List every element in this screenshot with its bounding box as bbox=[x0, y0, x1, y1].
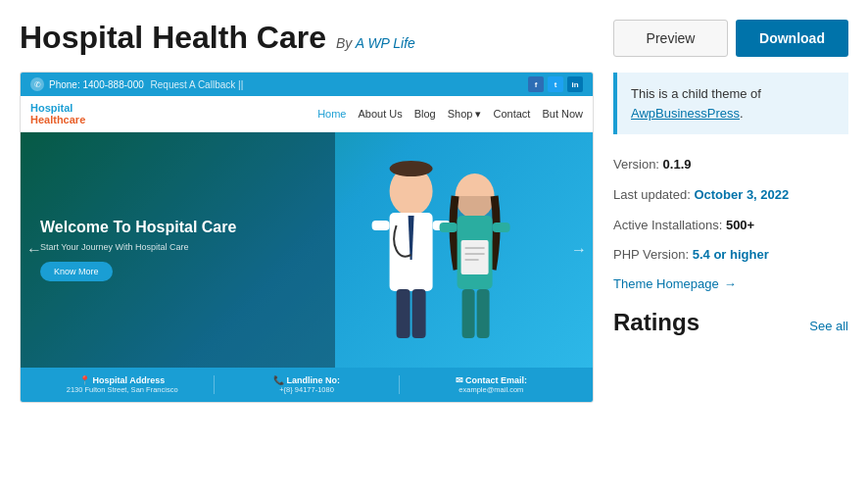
svg-rect-17 bbox=[461, 289, 474, 338]
nav-about[interactable]: About Us bbox=[358, 108, 402, 121]
svg-point-7 bbox=[389, 161, 432, 176]
nav-butnow[interactable]: But Now bbox=[542, 108, 583, 121]
svg-rect-2 bbox=[371, 221, 389, 230]
right-column: Preview Download This is a child theme o… bbox=[613, 20, 848, 476]
theme-preview: ✆ Phone: 1400-888-000 Request A Callback… bbox=[20, 72, 594, 403]
author-link[interactable]: A WP Life bbox=[356, 35, 415, 51]
mock-nav-links: Home About Us Blog Shop ▾ Contact But No… bbox=[317, 108, 583, 121]
logo-bottom: Healthcare bbox=[30, 114, 85, 125]
page-wrapper: Hospital Health Care By A WP Life ✆ Phon… bbox=[0, 0, 868, 496]
hero-subtitle: Start Your Journey With Hospital Care bbox=[40, 242, 315, 252]
social-icons: f t in bbox=[528, 76, 583, 92]
child-theme-notice: This is a child theme of AwpBusinessPres… bbox=[613, 73, 848, 134]
svg-rect-12 bbox=[492, 223, 509, 232]
hero-next-arrow[interactable]: → bbox=[571, 241, 587, 259]
topbar-phone: Phone: 1400-888-000 Request A Callback |… bbox=[49, 79, 243, 90]
svg-rect-13 bbox=[460, 240, 488, 274]
mock-topbar: ✆ Phone: 1400-888-000 Request A Callback… bbox=[21, 73, 593, 96]
meta-version: Version: 0.1.9 bbox=[613, 150, 848, 180]
see-all-link[interactable]: See all bbox=[809, 319, 848, 333]
nav-contact[interactable]: Contact bbox=[494, 108, 531, 121]
mock-hero: Welcome To Hospital Care Start Your Jour… bbox=[21, 132, 593, 368]
ratings-section: Ratings See all bbox=[613, 309, 848, 336]
hero-prev-arrow[interactable]: ← bbox=[26, 241, 42, 259]
svg-rect-5 bbox=[396, 289, 410, 338]
mock-bottombar: 📍 Hospital Address 2130 Fulton Street, S… bbox=[21, 368, 593, 402]
nav-blog[interactable]: Blog bbox=[414, 108, 436, 121]
action-buttons: Preview Download bbox=[613, 20, 848, 57]
meta-installs: Active Installations: 500+ bbox=[613, 211, 848, 241]
theme-title-row: Hospital Health Care By A WP Life bbox=[20, 20, 594, 56]
hero-image bbox=[278, 132, 593, 368]
mock-nav: Hospital Healthcare Home About Us Blog S… bbox=[21, 96, 593, 132]
download-button[interactable]: Download bbox=[736, 20, 848, 57]
hero-title: Welcome To Hospital Care bbox=[40, 219, 315, 236]
meta-block: Version: 0.1.9 Last updated: October 3, … bbox=[613, 150, 848, 271]
bottom-address: 📍 Hospital Address 2130 Fulton Street, S… bbox=[30, 375, 215, 394]
phone-icon: ✆ bbox=[30, 77, 44, 91]
twitter-icon[interactable]: t bbox=[548, 76, 563, 92]
meta-updated: Last updated: October 3, 2022 bbox=[613, 180, 848, 211]
logo-top: Hospital bbox=[30, 102, 85, 114]
nav-home[interactable]: Home bbox=[317, 108, 346, 121]
svg-rect-6 bbox=[411, 289, 425, 338]
bottom-phone: 📞 Landline No: +{8} 94177-1080 bbox=[215, 375, 399, 394]
svg-rect-11 bbox=[439, 223, 457, 232]
nav-shop[interactable]: Shop ▾ bbox=[448, 108, 482, 121]
linkedin-icon[interactable]: in bbox=[567, 76, 583, 92]
meta-php: PHP Version: 5.4 or higher bbox=[613, 240, 848, 271]
theme-title: Hospital Health Care bbox=[20, 20, 326, 56]
hero-cta-button[interactable]: Know More bbox=[40, 262, 113, 281]
facebook-icon[interactable]: f bbox=[528, 76, 544, 92]
child-theme-link[interactable]: AwpBusinessPress bbox=[631, 106, 740, 121]
svg-rect-18 bbox=[476, 289, 489, 338]
theme-author: By A WP Life bbox=[336, 35, 415, 51]
mock-logo: Hospital Healthcare bbox=[30, 102, 85, 125]
ratings-title: Ratings bbox=[613, 309, 699, 336]
bottom-email: ✉ Contact Email: example@mail.com bbox=[400, 375, 583, 394]
theme-homepage-link[interactable]: Theme Homepage → bbox=[613, 276, 848, 291]
preview-button[interactable]: Preview bbox=[613, 20, 728, 57]
left-column: Hospital Health Care By A WP Life ✆ Phon… bbox=[20, 20, 594, 476]
